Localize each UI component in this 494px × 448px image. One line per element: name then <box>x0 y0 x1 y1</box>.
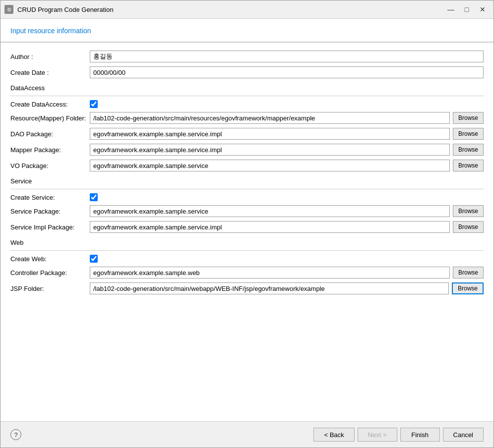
resource-mapper-input[interactable] <box>90 112 450 124</box>
minimize-button[interactable]: — <box>444 3 458 15</box>
web-section-header: Web <box>10 239 484 246</box>
footer-buttons: < Back Next > Finish Cancel <box>313 428 484 442</box>
page-title: Input resource information <box>10 27 91 35</box>
mapper-package-label: Mapper Package: <box>10 146 90 154</box>
header-section: Input resource information <box>0 19 494 43</box>
vo-package-browse-button[interactable]: Browse <box>453 160 484 171</box>
author-input[interactable] <box>90 51 484 62</box>
dao-package-row: DAO Package: Browse <box>10 128 484 140</box>
dao-package-label: DAO Package: <box>10 130 90 138</box>
vo-package-input[interactable] <box>90 160 450 171</box>
create-dataaccess-label: Create DataAccess: <box>10 101 90 108</box>
mapper-package-browse-button[interactable]: Browse <box>453 144 484 156</box>
dataaccess-section-header: DataAccess <box>10 84 484 92</box>
resource-mapper-label: Resource(Mapper) Folder: <box>10 114 90 122</box>
create-date-input[interactable] <box>90 66 484 78</box>
content-area: Author : Create Date : DataAccess Create… <box>0 43 494 421</box>
create-web-checkbox[interactable] <box>90 255 98 263</box>
next-button[interactable]: Next > <box>358 428 397 442</box>
footer: ? < Back Next > Finish Cancel <box>0 421 494 448</box>
service-package-row: Service Package: Browse <box>10 205 484 217</box>
jsp-folder-row: JSP Folder: Browse <box>10 282 484 294</box>
resource-mapper-browse-button[interactable]: Browse <box>453 112 484 124</box>
create-service-row: Create Service: <box>10 193 484 201</box>
mapper-package-row: Mapper Package: Browse <box>10 144 484 156</box>
service-impl-input[interactable] <box>90 221 450 233</box>
dao-package-browse-button[interactable]: Browse <box>453 128 484 140</box>
service-impl-browse-button[interactable]: Browse <box>453 221 484 233</box>
jsp-folder-browse-button[interactable]: Browse <box>452 282 484 294</box>
service-divider <box>10 189 484 189</box>
create-web-checkbox-wrapper <box>90 255 98 263</box>
author-row: Author : <box>10 51 484 62</box>
create-date-row: Create Date : <box>10 66 484 78</box>
jsp-folder-label: JSP Folder: <box>10 285 90 292</box>
service-section-header: Service <box>10 177 484 185</box>
create-web-row: Create Web: <box>10 255 484 263</box>
create-date-label: Create Date : <box>10 69 90 76</box>
dao-package-input[interactable] <box>90 128 450 140</box>
controller-package-row: Controller Package: Browse <box>10 267 484 279</box>
main-window: ⚙ CRUD Program Code Generation — □ ✕ Inp… <box>0 0 494 448</box>
controller-package-input[interactable] <box>90 267 450 279</box>
create-web-label: Create Web: <box>10 255 90 263</box>
jsp-folder-input[interactable] <box>90 282 449 294</box>
service-impl-label: Service Impl Package: <box>10 224 90 231</box>
mapper-package-input[interactable] <box>90 144 450 156</box>
resource-mapper-row: Resource(Mapper) Folder: Browse <box>10 112 484 124</box>
title-bar: ⚙ CRUD Program Code Generation — □ ✕ <box>0 0 494 19</box>
service-package-label: Service Package: <box>10 208 90 215</box>
create-dataaccess-checkbox-wrapper <box>90 100 98 108</box>
footer-left: ? <box>10 429 313 440</box>
dataaccess-divider <box>10 96 484 96</box>
maximize-button[interactable]: □ <box>460 3 474 15</box>
vo-package-row: VO Package: Browse <box>10 160 484 171</box>
app-icon: ⚙ <box>4 5 13 14</box>
vo-package-label: VO Package: <box>10 162 90 169</box>
back-button[interactable]: < Back <box>313 428 354 442</box>
controller-package-label: Controller Package: <box>10 269 90 277</box>
finish-button[interactable]: Finish <box>400 428 440 442</box>
close-button[interactable]: ✕ <box>476 3 490 15</box>
cancel-button[interactable]: Cancel <box>443 428 484 442</box>
author-label: Author : <box>10 53 90 60</box>
service-impl-row: Service Impl Package: Browse <box>10 221 484 233</box>
service-package-browse-button[interactable]: Browse <box>453 205 484 217</box>
help-button[interactable]: ? <box>10 429 21 440</box>
create-service-checkbox-wrapper <box>90 193 98 201</box>
window-title: CRUD Program Code Generation <box>17 6 440 13</box>
service-package-input[interactable] <box>90 205 450 217</box>
create-service-checkbox[interactable] <box>90 193 98 201</box>
create-service-label: Create Service: <box>10 194 90 201</box>
window-controls: — □ ✕ <box>444 3 490 15</box>
web-divider <box>10 250 484 251</box>
create-dataaccess-checkbox[interactable] <box>90 100 98 108</box>
create-dataaccess-row: Create DataAccess: <box>10 100 484 108</box>
controller-package-browse-button[interactable]: Browse <box>453 267 484 279</box>
